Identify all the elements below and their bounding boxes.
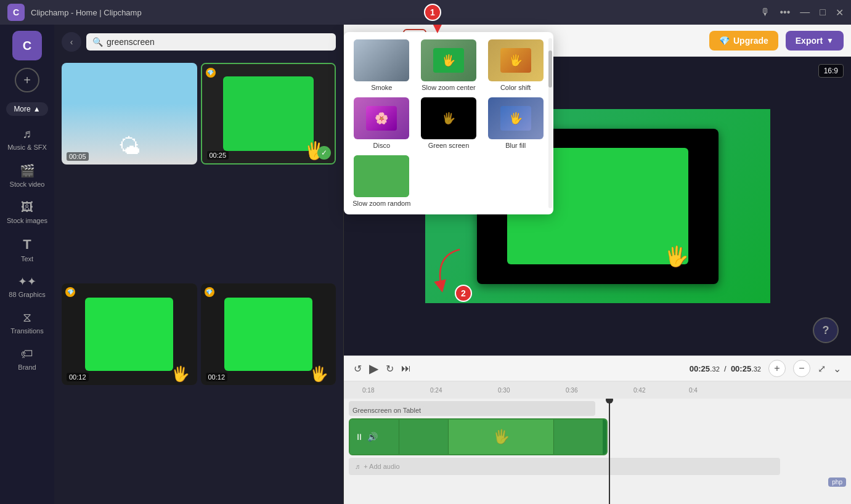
timeline-expand-button[interactable]: ⌄ <box>833 363 841 375</box>
filter-scrollbar[interactable] <box>548 38 552 208</box>
sidebar-item-text[interactable]: T Text <box>0 230 54 269</box>
ruler-mark-018: 0:18 <box>362 387 374 394</box>
media-thumb-4[interactable]: 🖐 💎 00:12 <box>201 283 336 385</box>
ruler-mark-042: 0:42 <box>633 387 645 394</box>
sidebar-item-transitions[interactable]: ⧖ Transitions <box>0 304 54 341</box>
rewind-button[interactable]: ↺ <box>354 363 362 375</box>
export-button[interactable]: Export ▼ <box>786 31 844 51</box>
current-time: 00:25.32 / 00:25.32 <box>690 364 761 373</box>
video-track[interactable]: ⏸ 🔊 🖐 <box>349 418 608 455</box>
zoom-in-button[interactable]: + <box>768 360 786 377</box>
chevron-up-icon: ▲ <box>33 105 41 113</box>
media-panel: ‹ 🔍 🌤 00:05 🖐 💎 00:25 <box>54 25 344 504</box>
filter-item-blur-fill[interactable]: 🖐 Blur fill <box>485 97 546 149</box>
search-input-wrap: 🔍 <box>86 33 336 51</box>
filter-scroll: Smoke 🖐 Slow zoom center 🖐 Color shi <box>344 32 553 214</box>
export-chevron-icon: ▼ <box>826 36 834 45</box>
filter-thumb-green-screen: 🖐 <box>421 97 476 139</box>
volume-icon: 🔊 <box>367 432 378 442</box>
sidebar-item-stock-video-label: Stock video <box>10 181 45 188</box>
filter-scrollbar-thumb <box>548 51 552 87</box>
add-content-button[interactable]: + <box>15 68 39 92</box>
premium-badge-3: 💎 <box>65 287 75 297</box>
sidebar-item-text-label: Text <box>21 255 33 262</box>
track-label: Greenscreen on Tablet <box>349 406 425 415</box>
upgrade-button[interactable]: 💎 Upgrade <box>709 31 778 51</box>
timeline-ruler: 0:18 0:24 0:30 0:36 0:42 0:4 <box>344 381 851 399</box>
sidebar-item-music-sfx[interactable]: ♬ Music & SFX <box>0 121 54 157</box>
filter-item-green-screen[interactable]: 🖐 Green screen <box>418 97 479 149</box>
stock-images-icon: 🖼 <box>21 200 33 214</box>
check-badge-2: ✓ <box>317 146 331 160</box>
filter-label-disco: Disco <box>373 142 391 149</box>
audio-track[interactable]: ♬ + Add audio <box>349 458 780 475</box>
more-label: More <box>14 105 30 113</box>
filter-item-color-shift[interactable]: 🖐 Color shift <box>485 39 546 91</box>
graphics-icon: ✦✦ <box>18 275 36 288</box>
filter-label-color-shift: Color shift <box>500 84 531 91</box>
export-label: Export <box>796 36 823 46</box>
sidebar: C + More ▲ ♬ Music & SFX 🎬 Stock video 🖼… <box>0 25 54 504</box>
sidebar-item-stock-images-label: Stock images <box>7 217 47 224</box>
media-duration-1: 00:05 <box>67 152 89 161</box>
filter-item-smoke[interactable]: Smoke <box>351 39 412 91</box>
close-icon[interactable]: ✕ <box>836 7 844 18</box>
brand-icon: 🏷 <box>21 347 33 361</box>
media-thumb-1[interactable]: 🌤 00:05 <box>62 63 197 165</box>
more-button[interactable]: More ▲ <box>6 102 47 116</box>
sidebar-item-graphics[interactable]: ✦✦ 88 Graphics <box>0 269 54 304</box>
more-options-icon[interactable]: ••• <box>780 7 791 18</box>
filter-label-blur-fill: Blur fill <box>505 142 526 149</box>
premium-badge-4: 💎 <box>205 287 214 297</box>
time-display: 00:25.32 / 00:25.32 <box>690 364 761 373</box>
arrow-annotation-1: ▲ <box>430 21 445 38</box>
search-input[interactable] <box>107 37 330 47</box>
upgrade-icon: 💎 <box>719 36 730 46</box>
maximize-icon[interactable]: □ <box>820 7 826 18</box>
filter-item-slow-zoom-random[interactable]: Slow zoom random <box>351 155 412 207</box>
sidebar-item-stock-video[interactable]: 🎬 Stock video <box>0 157 54 194</box>
help-button[interactable]: ? <box>813 317 839 343</box>
pause-icon: ⏸ <box>355 432 364 442</box>
minimize-icon[interactable]: — <box>800 7 810 18</box>
media-duration-4: 00:12 <box>206 373 228 381</box>
timeline-playhead <box>609 399 610 504</box>
filter-label-slow-zoom-center: Slow zoom center <box>421 84 475 91</box>
sidebar-item-stock-images[interactable]: 🖼 Stock images <box>0 194 54 230</box>
sidebar-item-transitions-label: Transitions <box>10 327 43 335</box>
search-bar: ‹ 🔍 <box>54 25 343 59</box>
play-button[interactable]: ▶ <box>369 361 378 376</box>
filter-popup: Smoke 🖐 Slow zoom center 🖐 Color shi <box>344 32 553 214</box>
microphone-icon[interactable]: 🎙 <box>760 7 770 18</box>
badge-1: 1 <box>424 4 441 21</box>
video-track-container: Greenscreen on Tablet ⏸ 🔊 🖐 <box>349 418 846 455</box>
filter-item-slow-zoom-center[interactable]: 🖐 Slow zoom center <box>418 39 479 91</box>
filter-grid: Smoke 🖐 Slow zoom center 🖐 Color shi <box>351 39 546 207</box>
music-icon: ♬ <box>355 463 360 470</box>
filter-label-slow-zoom-random: Slow zoom random <box>352 200 410 207</box>
ruler-mark-024: 0:24 <box>430 387 442 394</box>
app-logo: C <box>7 4 25 21</box>
media-duration-3: 00:12 <box>67 373 89 381</box>
forward-button[interactable]: ↻ <box>386 363 394 375</box>
skip-end-button[interactable]: ⏭ <box>401 363 411 374</box>
ruler-mark-036: 0:36 <box>566 387 577 394</box>
window-title: Clipchamp - Home | Clipchamp <box>31 8 760 17</box>
media-grid: 🌤 00:05 🖐 💎 00:25 ✓ 🖐 💎 <box>54 59 343 504</box>
zoom-out-button[interactable]: − <box>793 360 810 377</box>
media-duration-2: 00:25 <box>207 151 229 160</box>
expand-timeline-icon[interactable]: ⤢ <box>818 363 826 375</box>
arrow-annotation-2 <box>429 243 466 295</box>
media-thumb-2[interactable]: 🖐 💎 00:25 ✓ <box>201 63 336 165</box>
filter-item-disco[interactable]: 🌸 Disco <box>351 97 412 149</box>
track-right-handle[interactable] <box>603 420 606 454</box>
back-button[interactable]: ‹ <box>62 32 81 52</box>
window-controls: 🎙 ••• — □ ✕ <box>760 7 844 18</box>
sidebar-item-music-sfx-label: Music & SFX <box>7 144 47 151</box>
media-thumb-3[interactable]: 🖐 💎 00:12 <box>62 283 197 385</box>
premium-badge-2: 💎 <box>206 68 216 78</box>
sidebar-item-brand[interactable]: 🏷 Brand <box>0 341 54 377</box>
sidebar-logo: C <box>12 31 42 60</box>
filter-thumb-smoke <box>354 39 409 81</box>
search-icon: 🔍 <box>92 37 103 47</box>
